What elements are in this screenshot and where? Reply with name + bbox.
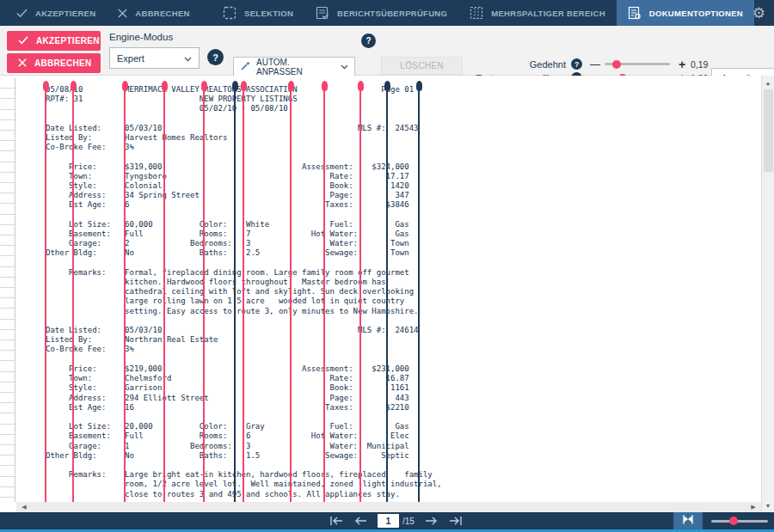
auto-fit-button[interactable]: AUTOM. ANPASSEN <box>233 57 355 76</box>
scroll-right-icon[interactable]: ▶ <box>747 502 759 512</box>
separator-handle[interactable] <box>358 81 364 91</box>
separator-handle[interactable] <box>43 81 49 91</box>
column-separator-pink[interactable] <box>200 81 208 502</box>
column-separator-pink[interactable] <box>42 81 50 502</box>
separator-handle[interactable] <box>416 81 422 91</box>
document-viewer[interactable]: 05/08/10 MERRIMACK VALLEY REALTORS ASSOC… <box>0 76 774 512</box>
accept-button-label: AKZEPTIEREN <box>36 36 100 46</box>
separator-line[interactable] <box>386 84 388 502</box>
magic-wand-icon <box>240 60 251 73</box>
separator-line[interactable] <box>203 84 205 502</box>
x-icon <box>118 9 127 18</box>
chevron-down-icon <box>341 62 348 71</box>
selection-icon <box>223 6 236 20</box>
separator-line[interactable] <box>359 84 361 502</box>
next-page-icon[interactable] <box>425 516 438 526</box>
cancel-button-label: ABBRECHEN <box>34 58 92 68</box>
x-icon <box>18 58 27 69</box>
accept-button[interactable]: AKZEPTIEREN <box>7 31 101 51</box>
fit-width-button[interactable] <box>673 512 703 529</box>
separator-line[interactable] <box>163 84 165 502</box>
separator-handle[interactable] <box>241 81 247 91</box>
help-icon[interactable]: ? <box>207 49 224 65</box>
topbar-item-dokumentoptionen[interactable]: DOKUMENTOPTIONEN <box>617 0 754 26</box>
pager: 1 /15 <box>329 512 463 529</box>
separator-handle[interactable] <box>322 81 328 91</box>
separator-handle[interactable] <box>162 81 168 91</box>
topbar-left-group: AKZEPTIERENABBRECHEN <box>5 0 201 26</box>
topbar-item-akzeptieren[interactable]: AKZEPTIEREN <box>5 0 107 26</box>
pager-bar: 1 /15 <box>0 512 774 529</box>
separator-handle[interactable] <box>288 81 294 91</box>
vertical-scrollbar[interactable]: ▲ ▼ <box>761 76 774 512</box>
column-separator-pink[interactable] <box>357 81 365 502</box>
separator-handle[interactable] <box>122 81 128 91</box>
zoom-slider[interactable] <box>711 512 768 529</box>
cancel-button[interactable]: ABBRECHEN <box>7 53 101 73</box>
scroll-down-icon[interactable]: ▼ <box>762 499 774 511</box>
slider-track[interactable] <box>605 63 670 65</box>
horizontal-scrollbar[interactable]: ◀ ▶ <box>16 502 761 512</box>
last-page-icon[interactable] <box>448 516 463 526</box>
topbar-item-label: DOKUMENTOPTIONEN <box>649 9 743 18</box>
column-separator-pink[interactable] <box>121 81 129 502</box>
topbar-item-mehrspaltiger-bereich[interactable]: MEHRSPALTIGER BEREICH <box>458 0 617 26</box>
row-indicator-strip <box>0 78 15 502</box>
separator-line[interactable] <box>323 84 325 502</box>
topbar-item-label: BERICHTSÜBERPRÜFUNG <box>337 9 447 18</box>
fit-width-icon <box>680 513 696 529</box>
separator-line[interactable] <box>124 84 126 502</box>
separator-line[interactable] <box>418 84 420 502</box>
help-icon[interactable]: ? <box>571 58 582 70</box>
columns-icon <box>470 6 483 20</box>
column-separator-pink[interactable] <box>287 81 295 502</box>
column-separator-navy[interactable] <box>415 81 423 502</box>
plus-button[interactable]: + <box>676 58 688 71</box>
zoom-slider-track[interactable] <box>711 520 768 523</box>
column-separator-pink[interactable] <box>321 81 329 502</box>
topbar-item-berichts-berpr-fung[interactable]: BERICHTSÜBERPRÜFUNG <box>304 0 458 26</box>
slider-label: Gedehnt <box>464 59 566 70</box>
prev-page-icon[interactable] <box>354 516 367 526</box>
settings-gear-icon[interactable]: ⚙ <box>752 0 765 26</box>
top-menu-bar: AKZEPTIERENABBRECHEN SELEKTIONBERICHTSÜB… <box>0 0 774 26</box>
column-separator-pink[interactable] <box>240 81 248 502</box>
column-separator-pink[interactable] <box>161 81 169 502</box>
separator-handle[interactable] <box>71 81 77 91</box>
check-icon <box>16 9 28 18</box>
column-separator-navy[interactable] <box>384 81 391 502</box>
scroll-left-icon[interactable]: ◀ <box>18 502 30 512</box>
engine-mode-value: Expert <box>117 53 184 64</box>
column-separator-pink[interactable] <box>70 81 77 502</box>
chevron-down-icon <box>184 53 192 64</box>
separator-handle[interactable] <box>384 81 390 91</box>
separator-line[interactable] <box>234 84 236 502</box>
separator-line[interactable] <box>290 84 292 502</box>
column-separator-navy[interactable] <box>231 81 239 502</box>
topbar-item-selektion[interactable]: SELEKTION <box>212 0 304 26</box>
slider-handle[interactable] <box>612 60 621 69</box>
topbar-item-label: SELEKTION <box>244 9 293 18</box>
scroll-up-icon[interactable]: ▲ <box>762 76 774 89</box>
check-icon <box>18 36 28 46</box>
separator-handle[interactable] <box>232 81 238 91</box>
page-number-input[interactable]: 1 <box>378 514 399 528</box>
options-toolbar: AKZEPTIEREN ABBRECHEN Engine-Modus Exper… <box>0 26 774 76</box>
delete-button[interactable]: LÖSCHEN <box>381 57 463 75</box>
zoom-slider-handle[interactable] <box>729 517 738 525</box>
separator-handle[interactable] <box>201 81 207 91</box>
minus-button[interactable]: — <box>589 58 601 70</box>
help-icon[interactable]: ? <box>361 34 376 48</box>
report-check-icon <box>316 6 329 20</box>
topbar-item-label: AKZEPTIEREN <box>35 9 95 18</box>
separator-line[interactable] <box>45 84 46 502</box>
topbar-item-label: MEHRSPALTIGER BEREICH <box>491 9 605 18</box>
topbar-item-abbrechen[interactable]: ABBRECHEN <box>107 0 200 26</box>
auto-fit-label: AUTOM. ANPASSEN <box>256 58 335 76</box>
scrollbar-thumb[interactable] <box>764 89 773 172</box>
engine-mode-select[interactable]: Expert <box>109 47 200 69</box>
separator-line[interactable] <box>243 84 244 502</box>
separator-line[interactable] <box>72 84 74 502</box>
first-page-icon[interactable] <box>329 516 344 526</box>
topbar-tabs-group: SELEKTIONBERICHTSÜBERPRÜFUNGMEHRSPALTIGE… <box>212 0 754 26</box>
